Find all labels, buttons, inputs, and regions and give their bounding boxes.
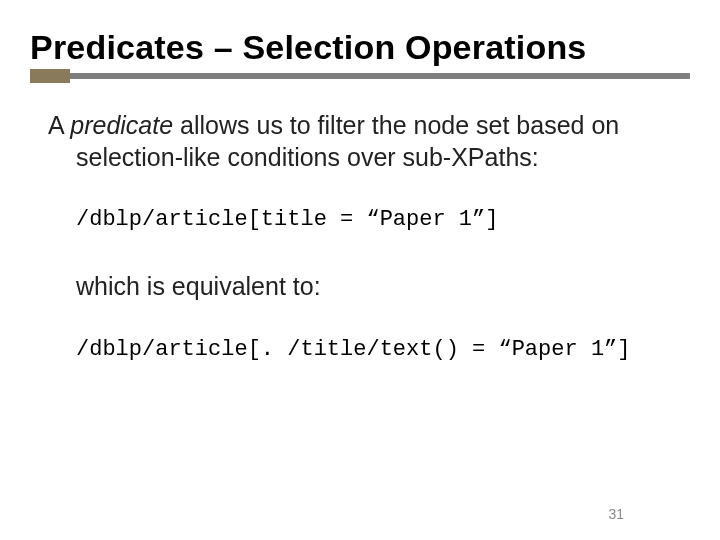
- code-example-1: /dblp/article[title = “Paper 1”]: [48, 207, 672, 232]
- slide: Predicates – Selection Operations A pred…: [0, 0, 720, 540]
- intro-lead-a: A: [48, 111, 70, 139]
- title-block: Predicates – Selection Operations: [0, 0, 720, 91]
- title-rule: [30, 73, 690, 83]
- slide-title: Predicates – Selection Operations: [30, 28, 690, 67]
- equivalent-label: which is equivalent to:: [48, 272, 672, 301]
- rule-grey: [30, 73, 690, 79]
- intro-paragraph: A predicate allows us to filter the node…: [48, 109, 672, 173]
- intro-cont: selection-like conditions over sub-XPath…: [48, 141, 672, 173]
- slide-body: A predicate allows us to filter the node…: [0, 91, 720, 362]
- code-example-2: /dblp/article[. /title/text() = “Paper 1…: [48, 337, 672, 362]
- intro-term: predicate: [70, 111, 173, 139]
- page-number: 31: [608, 506, 624, 522]
- intro-lead-b: allows us to filter the node set based o…: [173, 111, 619, 139]
- rule-accent: [30, 69, 70, 83]
